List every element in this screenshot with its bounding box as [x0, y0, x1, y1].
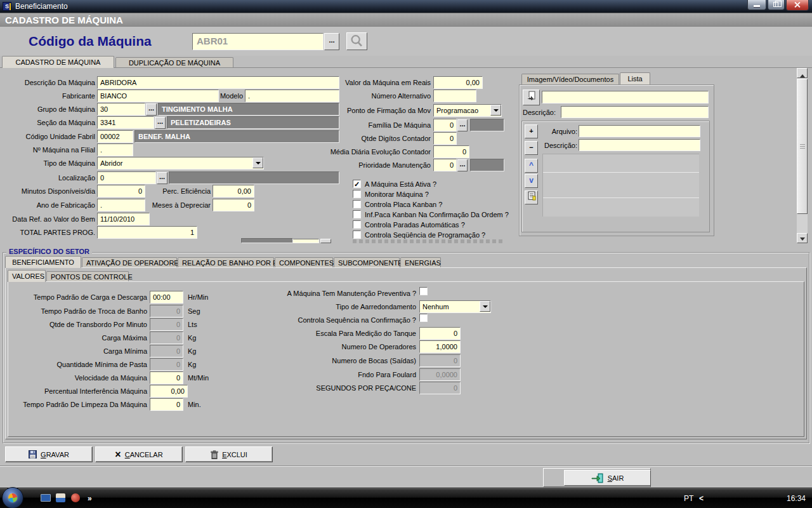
tab-valores[interactable]: VALORES [8, 270, 46, 282]
arquivo-input[interactable] [579, 125, 700, 137]
media-path-input[interactable] [542, 91, 709, 104]
unidade-input[interactable]: 00002 [97, 130, 133, 143]
tab-cadastro-de-maquina[interactable]: CADASTRO DE MÁQUINA [2, 56, 114, 68]
gravar-button[interactable]: GRAVAR [5, 446, 93, 462]
close-button[interactable] [786, 0, 809, 11]
scroll-up-button[interactable] [797, 68, 808, 78]
arredondamento-dropdown-button[interactable] [480, 301, 490, 312]
scroll-thumb[interactable] [797, 79, 808, 214]
tab-duplicacao-de-maquina[interactable]: DUPLICAÇÃO DE MÁQUINA [115, 57, 233, 68]
valor-reais-input[interactable]: 0,00 [433, 76, 483, 89]
arrow-down-icon [800, 237, 805, 243]
bocas-input: 0 [419, 354, 461, 367]
tray-chevron[interactable]: < [699, 488, 704, 508]
tab-subcomponentes[interactable]: SUBCOMPONENTES [334, 257, 400, 268]
cancelar-button[interactable]: × CANCELAR [95, 446, 183, 462]
segundos-peca-label: SEGUNDOS POR PEÇA/CONE [241, 382, 416, 394]
prioridade-browse-button[interactable]: ... [457, 159, 468, 171]
operadores-input[interactable]: 1,0000 [419, 340, 461, 353]
prioridade-input[interactable]: 0 [433, 159, 457, 171]
interferencia-input[interactable]: 0,00 [150, 385, 188, 398]
qtde-digitos-input[interactable]: 0 [433, 132, 457, 145]
ano-fabricacao-input[interactable]: . [97, 199, 145, 211]
fabricante-input[interactable]: BIANCO [97, 90, 219, 102]
numero-alt-input[interactable] [433, 90, 476, 102]
arquivo-descricao-input[interactable] [579, 139, 700, 151]
grupo-input[interactable]: 30 [97, 103, 145, 116]
media-descricao-input[interactable] [561, 106, 709, 118]
secao-browse-button[interactable]: ... [155, 117, 166, 129]
notes-button[interactable] [525, 190, 538, 204]
quicklaunch-desktop-icon[interactable] [41, 494, 51, 502]
ponto-firmacao-dropdown-button[interactable] [490, 105, 501, 116]
arredondamento-combobox[interactable]: Nenhum [419, 300, 491, 313]
sair-button[interactable]: SAIR [564, 470, 651, 486]
carga-maxima-unit: Kg [188, 331, 226, 344]
checkbox-manutencao-preventiva[interactable] [419, 287, 428, 295]
checkbox-paradas-automaticas[interactable] [353, 220, 361, 229]
tab-lista[interactable]: Lista [620, 72, 650, 84]
num-filial-input[interactable]: . [97, 144, 133, 156]
velocidade-input[interactable]: 0 [150, 371, 183, 384]
checkbox-placa-kanban[interactable] [353, 200, 361, 208]
quicklaunch-app-icon[interactable] [71, 493, 80, 502]
tab-beneficiamento[interactable]: BENEFICIAMENTO [5, 256, 81, 268]
grupo-browse-button[interactable]: ... [146, 104, 157, 116]
tab-energias[interactable]: ENERGIAS [400, 257, 441, 268]
tab-componentes[interactable]: COMPONENTES [275, 257, 333, 268]
checkbox-maquina-ativa[interactable]: ✓ [353, 180, 361, 188]
carga-maxima-input: 0 [150, 331, 183, 344]
minima-pasta-label: Quantidade Mínima de Pasta [6, 358, 147, 371]
machine-code-input[interactable]: ABR01 [192, 33, 324, 50]
checkbox-sequencia-programacao[interactable] [353, 231, 361, 239]
language-indicator[interactable]: PT [684, 488, 693, 508]
scroll-down-button[interactable] [797, 233, 808, 243]
tipo-dropdown-button[interactable] [252, 157, 263, 168]
tab-pontos-de-controle[interactable]: PONTOS DE CONTROLE [46, 271, 129, 282]
foulard-input: 0,0000 [419, 368, 461, 381]
familia-browse-button[interactable]: ... [457, 119, 468, 131]
localizacao-input[interactable]: 0 [97, 171, 156, 184]
data-ref-input[interactable]: 11/10/2010 [97, 213, 150, 225]
media-diaria-input[interactable]: 0 [433, 145, 469, 158]
tipo-value: Abridor [100, 159, 122, 167]
quicklaunch-user-icon[interactable] [56, 493, 65, 502]
carga-descarga-input[interactable]: 00:00 [150, 291, 183, 304]
media-descricao-label: Descrição: [523, 106, 560, 119]
tipo-combobox[interactable]: Abridor [97, 157, 264, 170]
meses-depreciar-input[interactable]: 0 [213, 199, 254, 211]
tab-imagem-video-documentos[interactable]: Imagem/Vídeo/Documentos [521, 74, 619, 84]
search-button[interactable] [346, 32, 367, 50]
familia-display [470, 119, 504, 131]
interferencia-label: Percentual Interferência Máquina [6, 385, 147, 398]
remove-button[interactable]: − [525, 141, 538, 155]
add-button[interactable]: + [525, 124, 538, 138]
checkbox-inf-paca-kanban[interactable] [353, 210, 361, 218]
total-partes-input[interactable]: 1 [97, 226, 197, 239]
move-down-button[interactable]: v [525, 174, 538, 188]
minutos-input[interactable]: 0 [97, 185, 145, 197]
minimize-button[interactable] [747, 0, 766, 10]
tab-ativacao-operadores[interactable]: ATIVAÇÃO DE OPERADORES [82, 257, 177, 268]
limpeza-input[interactable]: 0 [150, 398, 183, 411]
escala-tanque-input[interactable]: 0 [419, 327, 461, 340]
familia-input[interactable]: 0 [433, 119, 457, 131]
checkbox-controla-sequencia[interactable] [419, 314, 428, 322]
checkbox-monitorar[interactable] [353, 190, 361, 198]
tab-relacao-banho[interactable]: RELAÇÃO DE BANHO POR EP [178, 257, 274, 268]
perc-eficiencia-input[interactable]: 0,00 [213, 185, 254, 197]
media-diaria-label: Média Diária Evolução Contador [292, 145, 431, 158]
secao-input[interactable]: 3341 [97, 116, 154, 129]
exclui-button[interactable]: EXCLUI [185, 446, 273, 462]
localizacao-browse-button[interactable]: ... [157, 172, 167, 184]
restore-button[interactable] [768, 0, 785, 10]
form-scrollbar[interactable] [797, 68, 808, 243]
machine-code-browse-button[interactable]: ... [324, 33, 339, 50]
ponto-firmacao-combobox[interactable]: Programacao [433, 104, 502, 117]
overflow-chevron[interactable]: » [88, 488, 92, 508]
localizacao-label: Localização [3, 171, 95, 184]
documents-list[interactable] [542, 154, 699, 217]
start-button[interactable] [2, 487, 23, 508]
open-file-button[interactable] [523, 90, 540, 105]
move-up-button[interactable]: ^ [525, 159, 538, 173]
